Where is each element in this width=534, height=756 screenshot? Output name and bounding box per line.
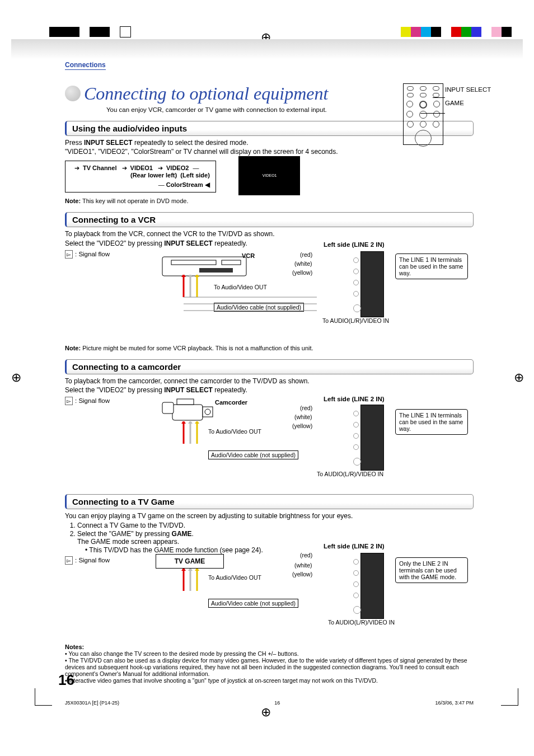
registration-mark-icon: ⊕: [11, 372, 21, 384]
svg-rect-14: [162, 402, 174, 414]
vcr-body: To playback from the VCR, connect the VC…: [65, 229, 474, 247]
mode-cycle-diagram: ➔TV Channel ➔VIDEO1 ➔VIDEO2 — (Rear lowe…: [65, 161, 216, 192]
registration-mark-icon: ⊕: [514, 372, 524, 384]
svg-marker-19: [181, 421, 186, 424]
section-heading-camcorder: Connecting to a camcorder: [65, 359, 474, 374]
section-heading-game: Connecting to a TV Game: [65, 494, 474, 509]
game-diagram: ▻: Signal flow TV GAME To Audio/Video OU…: [65, 556, 474, 640]
tvgame-device-icon: TV GAME: [156, 554, 224, 569]
svg-marker-5: [181, 275, 186, 277]
svg-rect-13: [172, 405, 203, 420]
game-steps: Connect a TV Game to the TV/DVD. Select …: [77, 522, 474, 554]
color-yellow: (yellow): [292, 571, 312, 577]
game-hint: Only the LINE 2 IN terminals can be used…: [395, 557, 468, 583]
game-label: GAME: [445, 100, 510, 106]
game-to-av-in: To AUDIO(L/R)/VIDEO IN: [328, 619, 395, 626]
svg-marker-25: [181, 569, 186, 571]
page: ⊕ ⊕ ⊕ ⊕ Connections Connecting to option…: [0, 0, 534, 756]
registration-mark-icon: ⊕: [261, 706, 271, 719]
section-label: Connections: [65, 61, 106, 70]
camcorder-device-icon: [160, 397, 222, 425]
svg-marker-23: [195, 421, 199, 424]
crop-mark-icon: [35, 688, 52, 706]
footer: J5X00301A [E] (P14-25) 16 16/3/06, 3:47 …: [65, 700, 474, 706]
vcr-device-label: VCR: [242, 252, 255, 259]
svg-marker-27: [188, 569, 193, 571]
page-subtitle: You can enjoy VCR, camcorder or TV game …: [106, 106, 328, 113]
svg-rect-3: [199, 268, 233, 273]
tv-side-panel-icon: [360, 251, 384, 317]
section-heading-vcr: Connecting to a VCR: [65, 212, 474, 227]
remote-illustration: INPUT SELECT GAME: [403, 83, 443, 145]
title-bullet-icon: [65, 86, 81, 101]
color-red: (red): [300, 405, 312, 411]
left-side-label: Left side (LINE 2 IN): [324, 241, 385, 248]
cam-body: To playback from the camcorder, connect …: [65, 377, 474, 395]
remote-labels: INPUT SELECT GAME: [445, 86, 510, 113]
screen-sample: VIDEO1: [238, 156, 300, 195]
content: Connections Connecting to optional equip…: [65, 59, 474, 684]
cam-left-side-label: Left side (LINE 2 IN): [324, 396, 385, 402]
cam-hint: The LINE 1 IN terminals can be used in t…: [395, 409, 468, 435]
vcr-diagram: ▻: Signal flow VCR To Audio/Video OUT Au…: [65, 250, 474, 342]
camcorder-diagram: ▻: Signal flow Camcorder To Audio/Video …: [65, 397, 474, 486]
color-red: (red): [300, 251, 312, 258]
game-intro: You can enjoy playing a TV game on the s…: [65, 511, 474, 520]
input-select-label: INPUT SELECT: [445, 86, 510, 93]
cam-device-label: Camcorder: [215, 399, 247, 406]
arrow-icon: ▻: [65, 556, 73, 565]
footer-doc: J5X00301A [E] (P14-25): [65, 700, 119, 706]
svg-rect-17: [177, 399, 194, 405]
tv-side-panel-icon: [360, 553, 384, 619]
color-white: (white): [294, 414, 312, 420]
svg-marker-21: [188, 421, 193, 424]
svg-marker-29: [195, 569, 199, 571]
vcr-hint: The LINE 1 IN terminals can be used in t…: [395, 253, 468, 279]
footer-date: 16/3/06, 3:47 PM: [435, 700, 474, 706]
svg-rect-0: [162, 257, 246, 276]
game-left-side-label: Left side (LINE 2 IN): [324, 543, 385, 550]
to-av-in-label: To AUDIO(L/R)/VIDEO IN: [322, 317, 389, 324]
av-note: Note: This key will not operate in DVD m…: [65, 198, 474, 204]
cam-to-av-in: To AUDIO(L/R)/VIDEO IN: [317, 471, 383, 477]
footer-page: 16: [274, 700, 280, 706]
color-yellow: (yellow): [292, 269, 312, 276]
color-white: (white): [294, 260, 312, 267]
arrow-icon: ▻: [65, 397, 73, 405]
header-gradient: [11, 39, 523, 59]
svg-marker-9: [195, 275, 199, 277]
page-title: Connecting to optional equipment: [84, 83, 328, 104]
page-number: 16: [58, 672, 74, 689]
arrow-icon: ▻: [65, 250, 73, 259]
cable-arrows-icon: [177, 275, 322, 314]
bottom-notes: Notes: • You can also change the TV scre…: [65, 644, 474, 684]
color-red: (red): [300, 552, 312, 558]
svg-rect-15: [203, 407, 213, 417]
crop-mark-icon: [501, 688, 518, 706]
color-white: (white): [294, 562, 312, 569]
color-yellow: (yellow): [292, 422, 312, 429]
tv-side-panel-icon: [360, 405, 384, 471]
svg-marker-7: [188, 275, 193, 277]
vcr-note: Note: Picture might be muted for some VC…: [65, 345, 474, 351]
